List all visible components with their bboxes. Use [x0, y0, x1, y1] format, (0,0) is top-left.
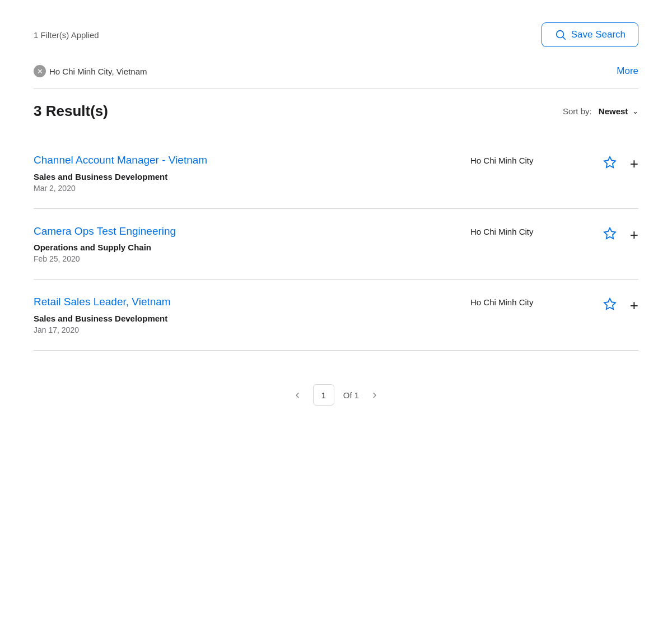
- job-actions: +: [582, 295, 638, 313]
- job-main-content: Channel Account Manager - Vietnam Sales …: [34, 153, 582, 193]
- job-department: Sales and Business Development: [34, 172, 470, 181]
- job-actions: +: [582, 225, 638, 243]
- favorite-button[interactable]: [603, 297, 617, 313]
- filters-applied-label: 1 Filter(s) Applied: [34, 30, 99, 40]
- more-button[interactable]: More: [617, 66, 638, 77]
- job-location: Ho Chi Minh City: [470, 153, 582, 165]
- sort-by-label: Sort by:: [563, 106, 592, 116]
- save-search-label: Save Search: [571, 29, 626, 40]
- filter-tag-label: Ho Chi Minh City, Vietnam: [49, 67, 147, 76]
- page-container: 1 Filter(s) Applied Save Search ✕ Ho Chi…: [0, 0, 672, 450]
- job-title-link[interactable]: Channel Account Manager - Vietnam: [34, 153, 280, 167]
- job-main-content: Camera Ops Test Engineering Operations a…: [34, 225, 582, 264]
- save-search-icon: [554, 29, 567, 41]
- filter-tag: ✕ Ho Chi Minh City, Vietnam: [34, 65, 147, 77]
- svg-marker-3: [604, 228, 615, 239]
- job-item: Camera Ops Test Engineering Operations a…: [34, 209, 638, 280]
- add-to-cart-button[interactable]: +: [630, 298, 638, 313]
- divider: [34, 89, 638, 89]
- job-actions: +: [582, 153, 638, 171]
- job-item: Retail Sales Leader, Vietnam Sales and B…: [34, 280, 638, 351]
- save-search-button[interactable]: Save Search: [542, 22, 638, 47]
- svg-marker-4: [604, 299, 615, 309]
- job-location: Ho Chi Minh City: [470, 225, 582, 236]
- job-title-link[interactable]: Retail Sales Leader, Vietnam: [34, 295, 280, 309]
- job-date: Mar 2, 2020: [34, 184, 470, 193]
- job-title-link[interactable]: Camera Ops Test Engineering: [34, 225, 280, 239]
- svg-marker-2: [604, 157, 615, 167]
- next-page-button[interactable]: ›: [368, 388, 381, 402]
- sort-by-value: Newest: [599, 106, 628, 116]
- top-bar: 1 Filter(s) Applied Save Search: [34, 13, 638, 58]
- favorite-button[interactable]: [603, 156, 617, 171]
- filter-tag-remove-button[interactable]: ✕: [34, 65, 46, 77]
- favorite-button[interactable]: [603, 227, 617, 243]
- add-to-cart-button[interactable]: +: [630, 227, 638, 242]
- star-icon: [603, 227, 617, 240]
- job-info: Camera Ops Test Engineering Operations a…: [34, 225, 470, 264]
- results-header: 3 Result(s) Sort by: Newest ⌄: [34, 103, 638, 120]
- star-icon: [603, 297, 617, 311]
- star-icon: [603, 156, 617, 169]
- pagination: ‹ 1 Of 1 ›: [34, 384, 638, 428]
- current-page-number: 1: [313, 384, 334, 406]
- job-date: Feb 25, 2020: [34, 254, 470, 263]
- job-location: Ho Chi Minh City: [470, 295, 582, 307]
- job-department: Operations and Supply Chain: [34, 243, 470, 252]
- add-to-cart-button[interactable]: +: [630, 156, 638, 171]
- job-date: Jan 17, 2020: [34, 325, 470, 334]
- sort-chevron-icon: ⌄: [630, 107, 638, 115]
- prev-page-button[interactable]: ‹: [291, 388, 304, 402]
- job-info: Channel Account Manager - Vietnam Sales …: [34, 153, 470, 193]
- sort-by-control[interactable]: Sort by: Newest ⌄: [563, 106, 638, 116]
- results-count: 3 Result(s): [34, 103, 108, 120]
- svg-line-1: [563, 37, 565, 39]
- page-of-label: Of 1: [343, 390, 359, 400]
- job-info: Retail Sales Leader, Vietnam Sales and B…: [34, 295, 470, 334]
- job-list: Channel Account Manager - Vietnam Sales …: [34, 138, 638, 351]
- job-main-content: Retail Sales Leader, Vietnam Sales and B…: [34, 295, 582, 334]
- job-department: Sales and Business Development: [34, 314, 470, 323]
- filter-tags-row: ✕ Ho Chi Minh City, Vietnam More: [34, 58, 638, 86]
- job-item: Channel Account Manager - Vietnam Sales …: [34, 138, 638, 209]
